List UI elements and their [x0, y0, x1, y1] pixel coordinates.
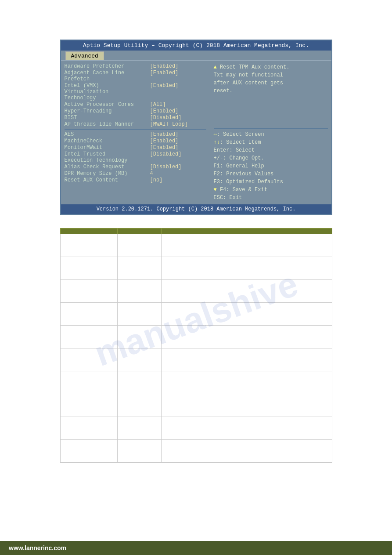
- table-cell: [161, 234, 332, 257]
- bios-item-2: Intel (VMX)VirtualizationTechnology [Ena…: [65, 83, 206, 101]
- bios-keybindings: ↔: Select Screen ↑↓: Select Item Enter: …: [214, 131, 328, 202]
- bios-item-4: Hyper-Threading [Enabled]: [65, 108, 206, 114]
- bios-item-9: MonitorMWait [Enabled]: [65, 145, 206, 151]
- table-cell: [161, 348, 332, 371]
- table-cell: [60, 348, 117, 371]
- bios-screenshot: Aptio Setup Utility – Copyright (C) 2018…: [60, 40, 332, 215]
- bios-item-7: AES [Enabled]: [65, 131, 206, 138]
- table-header-col3: [161, 229, 332, 234]
- footer-website: www.lannerinc.com: [9, 544, 66, 551]
- table-row: [60, 257, 332, 280]
- bios-item-12: DPR Memory Size (MB) 4: [65, 170, 206, 177]
- bios-tab-advanced: Advanced: [65, 51, 104, 60]
- table-row: [60, 280, 332, 303]
- table-cell: [161, 440, 332, 463]
- table-cell: [161, 417, 332, 440]
- table-cell: [60, 280, 117, 303]
- table-cell: [161, 280, 332, 303]
- table-cell: [60, 234, 117, 257]
- table-row: [60, 303, 332, 326]
- bios-main-content: Hardware Prefetcher [Enabled] Adjacent C…: [61, 60, 331, 204]
- table-header-col1: [60, 229, 117, 234]
- table-cell: [161, 371, 332, 394]
- table-cell: [60, 417, 117, 440]
- bios-footer: Version 2.20.1271. Copyright (C) 2018 Am…: [61, 204, 331, 214]
- table-row: [60, 234, 332, 257]
- table-row: [60, 348, 332, 371]
- bios-tab-row: Advanced: [61, 51, 331, 60]
- table-header-col2: [117, 229, 161, 234]
- bios-title: Aptio Setup Utility – Copyright (C) 2018…: [61, 40, 331, 51]
- table-cell: [60, 440, 117, 463]
- table-cell: [117, 280, 161, 303]
- table-cell: [161, 303, 332, 326]
- table-cell: [161, 257, 332, 280]
- bios-item-10: Intel TrustedExecution Technology [Disab…: [65, 151, 206, 163]
- table-row: [60, 417, 332, 440]
- bios-item-5: BIST [Disabled]: [65, 115, 206, 121]
- bios-left-panel: Hardware Prefetcher [Enabled] Adjacent C…: [61, 61, 210, 204]
- table-cell: [60, 326, 117, 348]
- data-table: [60, 228, 332, 463]
- table-cell: [117, 348, 161, 371]
- bios-item-13: Reset AUX Content [no]: [65, 177, 206, 183]
- table-row: [60, 394, 332, 417]
- bios-item-3: Active Processor Cores [All]: [65, 102, 206, 108]
- bios-right-panel: ▲ Reset TPM Aux content. Txt may not fun…: [210, 61, 331, 204]
- table-section: [60, 228, 332, 463]
- table-row: [60, 326, 332, 348]
- table-row: [60, 371, 332, 394]
- bios-item-1: Adjacent Cache LinePrefetch [Enabled]: [65, 70, 206, 82]
- table-cell: [117, 257, 161, 280]
- table-cell: [60, 257, 117, 280]
- table-cell: [117, 440, 161, 463]
- table-row: [60, 440, 332, 463]
- table-cell: [60, 303, 117, 326]
- bios-item-6: AP threads Idle Manner [MWAIT Loop]: [65, 121, 206, 127]
- bios-item-11: Alias Check Request [Disabled]: [65, 164, 206, 170]
- table-cell: [60, 371, 117, 394]
- bios-item-8: MachineCheck [Enabled]: [65, 138, 206, 144]
- table-cell: [60, 394, 117, 417]
- table-cell: [117, 371, 161, 394]
- table-cell: [161, 326, 332, 348]
- table-cell: [117, 326, 161, 348]
- table-cell: [117, 394, 161, 417]
- page-footer: www.lannerinc.com: [0, 541, 392, 555]
- bios-item-0: Hardware Prefetcher [Enabled]: [65, 63, 206, 69]
- table-cell: [117, 417, 161, 440]
- table-cell: [161, 394, 332, 417]
- table-cell: [117, 234, 161, 257]
- bios-help-text: ▲ Reset TPM Aux content. Txt may not fun…: [214, 63, 328, 95]
- table-cell: [117, 303, 161, 326]
